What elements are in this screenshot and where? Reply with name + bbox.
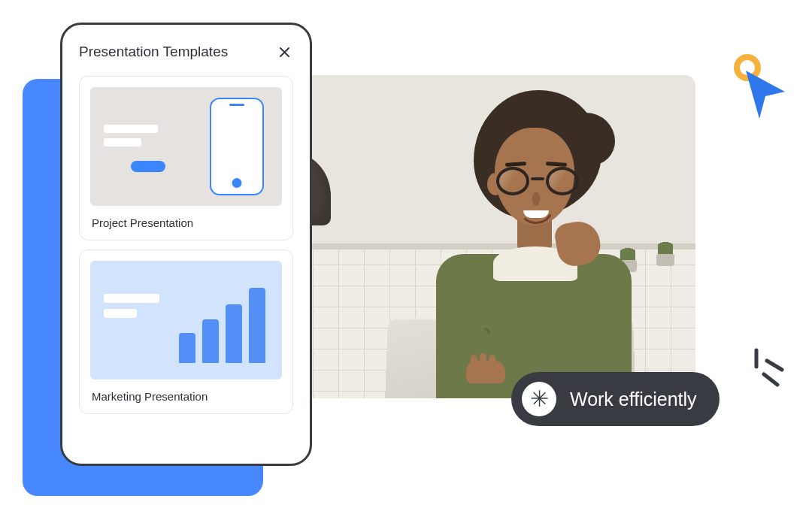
panel-title: Presentation Templates: [79, 44, 228, 60]
template-card-marketing[interactable]: Marketing Presentation: [79, 249, 293, 414]
template-label: Marketing Presentation: [90, 380, 282, 412]
bar-chart-icon: [179, 288, 265, 363]
phone-icon: [210, 98, 264, 195]
svg-line-1: [767, 361, 782, 370]
svg-line-2: [764, 374, 777, 385]
close-icon: [280, 47, 289, 57]
close-button[interactable]: [275, 43, 293, 61]
asterisk-icon: ✳: [522, 382, 556, 416]
cursor-arrow-icon: [729, 54, 789, 122]
template-card-project[interactable]: Project Presentation: [79, 76, 293, 240]
accent-lines-icon: [747, 347, 792, 392]
template-thumbnail: [90, 261, 282, 380]
templates-panel: Presentation Templates Project Presentat…: [60, 23, 312, 466]
panel-header: Presentation Templates: [79, 43, 293, 61]
template-label: Project Presentation: [90, 206, 282, 238]
work-efficiently-badge: ✳ Work efficiently: [511, 372, 720, 426]
template-thumbnail: [90, 87, 282, 206]
badge-text: Work efficiently: [570, 389, 697, 410]
